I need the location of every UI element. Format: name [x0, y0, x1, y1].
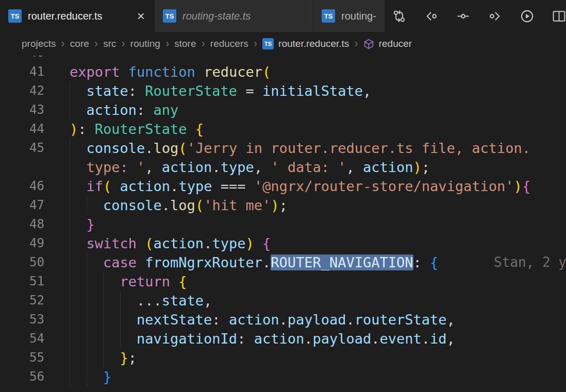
- code-token: action: [363, 159, 413, 175]
- code-line[interactable]: 56 }: [0, 367, 566, 386]
- code-token: nextState: [137, 312, 212, 328]
- code-token: [70, 102, 87, 118]
- tab-routing-truncated[interactable]: TS routing-: [313, 0, 391, 32]
- open-next-change-icon[interactable]: [488, 9, 502, 23]
- file-blame-icon[interactable]: [456, 9, 470, 23]
- indent-guide: [87, 291, 87, 310]
- code-token: fromNgrxRouter: [145, 254, 262, 270]
- code-token: (: [178, 140, 187, 156]
- code-line[interactable]: 54 navigationId: action.payload.event.id…: [0, 329, 566, 348]
- code-line[interactable]: 53 nextState: action.payload.routerState…: [0, 310, 566, 329]
- code-line[interactable]: 52 ...state,: [0, 291, 566, 310]
- line-number[interactable]: 43: [0, 100, 44, 120]
- line-number[interactable]: 47: [0, 196, 44, 215]
- compare-changes-icon[interactable]: [392, 9, 406, 23]
- code-token: action: [120, 178, 171, 194]
- run-or-debug-icon[interactable]: [520, 9, 534, 23]
- line-number[interactable]: 50: [0, 253, 44, 272]
- code-text: console.log('hit me');: [44, 196, 566, 215]
- line-number[interactable]: 49: [0, 234, 44, 253]
- indent-guide: [87, 367, 87, 386]
- split-editor-icon[interactable]: [552, 9, 566, 23]
- indent-guide: [103, 329, 104, 348]
- line-number[interactable]: 55: [0, 348, 44, 367]
- open-previous-change-icon[interactable]: [424, 9, 438, 23]
- editor[interactable]: 4041export function reducer(42 state: Ro…: [0, 56, 566, 392]
- code-line[interactable]: 50 case fromNgrxRouter.ROUTER_NAVIGATION…: [0, 253, 566, 272]
- code-line[interactable]: 42 state: RouterState = initialState,: [0, 81, 566, 100]
- code-text: export function reducer(: [44, 62, 566, 81]
- code-token: payload: [288, 312, 346, 328]
- breadcrumb-symbol[interactable]: reducer: [379, 38, 412, 49]
- code-token: 'hit me': [204, 197, 271, 213]
- code-text: ): RouterState {: [44, 120, 566, 139]
- line-number[interactable]: [0, 158, 44, 177]
- tab-routing-state[interactable]: TS routing-state.ts: [155, 0, 313, 32]
- code-line[interactable]: 46 if( action.type === '@ngrx/router-sto…: [0, 177, 566, 196]
- line-number[interactable]: 52: [0, 291, 44, 310]
- line-number[interactable]: 40: [0, 56, 44, 62]
- line-number[interactable]: 45: [0, 139, 44, 158]
- line-number[interactable]: 48: [0, 215, 44, 234]
- code-text: if( action.type === '@ngrx/router-store/…: [44, 177, 566, 196]
- code-token: [254, 235, 262, 251]
- code-line[interactable]: 44): RouterState {: [0, 120, 566, 139]
- breadcrumb-core[interactable]: core: [70, 38, 89, 49]
- breadcrumb-src[interactable]: src: [103, 38, 116, 49]
- breadcrumb-file[interactable]: router.reducer.ts: [278, 38, 349, 49]
- indent-guide: [70, 139, 70, 158]
- code-token: switch: [87, 235, 137, 251]
- line-number[interactable]: 42: [0, 81, 44, 100]
- code-token: state: [162, 293, 204, 309]
- code-token: ,: [145, 159, 162, 175]
- code-token: :: [137, 102, 154, 118]
- highlighted-token: ROUTER_NAVIGATION: [271, 254, 413, 270]
- code-token: RouterState: [95, 121, 187, 137]
- code-line[interactable]: 45 console.log('Jerry in router.reducer.…: [0, 139, 566, 158]
- code-token: (: [262, 64, 271, 80]
- code-line[interactable]: 47 console.log('hit me');: [0, 196, 566, 215]
- chevron-right-icon: ›: [165, 38, 170, 49]
- chevron-right-icon: ›: [253, 38, 258, 49]
- code-token: .: [162, 197, 170, 213]
- indent-guide: [87, 329, 87, 348]
- breadcrumb-store[interactable]: store: [174, 38, 196, 49]
- typescript-file-icon: TS: [163, 9, 176, 23]
- code-token: [70, 159, 87, 175]
- line-number[interactable]: 46: [0, 177, 44, 196]
- code-line[interactable]: 48 }: [0, 215, 566, 234]
- indent-guide: [70, 310, 70, 329]
- code-token: state: [87, 83, 128, 99]
- indent-guide: [70, 81, 70, 100]
- breadcrumb-routing[interactable]: routing: [130, 38, 160, 49]
- code-line[interactable]: 51 return {: [0, 272, 566, 291]
- code-token: [70, 235, 87, 251]
- breadcrumb-reducers[interactable]: reducers: [210, 38, 248, 49]
- code-token: event: [380, 331, 422, 347]
- code-text: return {: [44, 272, 566, 291]
- line-number[interactable]: 54: [0, 329, 44, 348]
- tab-router-reducer[interactable]: TS router.reducer.ts ×: [0, 0, 155, 32]
- code-line[interactable]: 43 action: any: [0, 100, 566, 120]
- indent-guide: [70, 367, 70, 386]
- code-line[interactable]: 49 switch (action.type) {: [0, 234, 566, 253]
- indent-guide: [103, 348, 104, 367]
- code-token: .: [422, 331, 430, 347]
- code-line[interactable]: 41export function reducer(: [0, 62, 566, 81]
- indent-guide: [70, 100, 70, 120]
- close-tab-icon[interactable]: ×: [136, 9, 146, 23]
- line-number[interactable]: 56: [0, 367, 44, 386]
- line-number[interactable]: 51: [0, 272, 44, 291]
- code-token: .: [212, 159, 220, 175]
- line-number[interactable]: 44: [0, 120, 44, 139]
- code-token: return: [120, 274, 171, 289]
- code-line[interactable]: 40: [0, 56, 566, 62]
- line-number[interactable]: 53: [0, 310, 44, 329]
- code-text: };: [44, 348, 566, 367]
- line-number[interactable]: 41: [0, 62, 44, 81]
- breadcrumb-projects[interactable]: projects: [22, 38, 56, 49]
- code-line-wrap[interactable]: type: ', action.type, ' data: ', action)…: [0, 158, 566, 177]
- code-token: function: [128, 64, 195, 80]
- code-line[interactable]: 55 };: [0, 348, 566, 367]
- code-token: [70, 216, 87, 232]
